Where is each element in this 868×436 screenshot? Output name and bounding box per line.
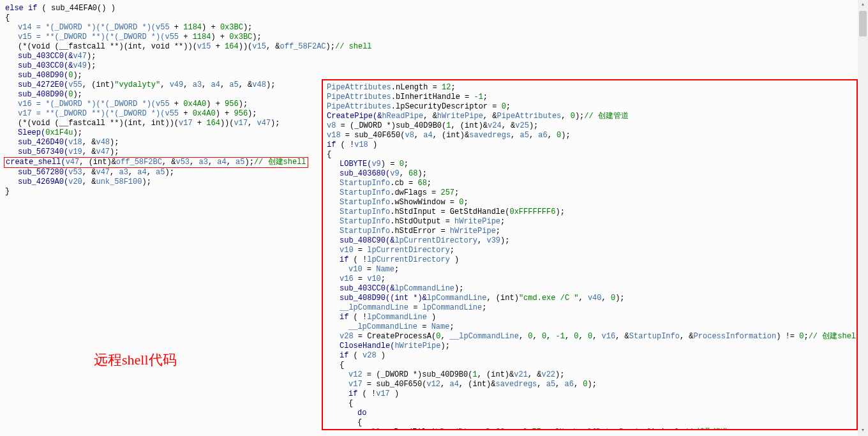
code-line: v12 = (_DWORD *)sub_40D9B0(1, (int)&v21,… [327, 370, 853, 380]
code-line: CloseHandle(hWritePipe); [327, 342, 853, 351]
code-line: StartupInfo.wShowWindow = 0; [327, 198, 853, 207]
code-line: sub_408D90((int *)&lpCommandLine, (int)"… [327, 294, 853, 303]
code-line: { [327, 361, 853, 370]
code-line: { [327, 418, 853, 428]
code-line: { [327, 150, 853, 160]
code-line: v17 = sub_40F650(v12, a4, (int)&savedreg… [327, 380, 853, 389]
code-line: do [327, 409, 853, 418]
code-line: v10 = Name; [327, 265, 853, 274]
code-line: v16 = *(_DWORD *)(*(_DWORD *)(v55 + 0x4A… [5, 100, 318, 109]
code-line: } [5, 187, 318, 197]
code-line: sub_567340(v19, &v47); [5, 147, 318, 157]
right-code-block: PipeAttributes.nLength = 12; PipeAttribu… [322, 79, 858, 430]
code-line: PipeAttributes.nLength = 12; [327, 83, 853, 93]
code-line: sub_4269A0(v20, &unk_58F100); [5, 177, 318, 187]
code-line: (*(void (__fastcall **)(int, void **))(v… [5, 42, 318, 52]
vertical-scrollbar[interactable]: ▴ ▾ [858, 0, 868, 436]
annotation-label: 远程shell代码 [94, 351, 177, 369]
code-line: { [327, 399, 853, 409]
code-line: v14 = *(_DWORD *)(*(_DWORD *)(v55 + 1184… [5, 23, 318, 33]
code-line: __lpCommandLine = lpCommandLine; [327, 303, 853, 313]
code-line: if ( v28 ) [327, 351, 853, 361]
code-line: v15 = **(_DWORD **)(*(_DWORD *)(v55 + 11… [5, 33, 318, 42]
code-line: v10 = lpCurrentDirectory; [327, 246, 853, 255]
code-line: __lpCommandLine = Name; [327, 322, 853, 332]
code-line: sub_426D40(v18, &v48); [5, 138, 318, 147]
code-line: v32 = ReadFile(hReadPipe, Buffer, 0xFFu,… [327, 428, 853, 430]
code-line: sub_408C90(&lpCurrentDirectory, v39); [327, 236, 853, 246]
code-line: sub_403CC0(&v49); [5, 61, 318, 71]
code-line: PipeAttributes.lpSecurityDescriptor = 0; [327, 102, 853, 112]
code-line: if ( !v18 ) [327, 140, 853, 150]
scroll-thumb[interactable] [859, 11, 867, 36]
code-line: CreatePipe(&hReadPipe, &hWritePipe, &Pip… [327, 112, 853, 121]
code-line: if ( !lpCurrentDirectory ) [327, 255, 853, 265]
code-line: sub_4272E0(v55, (int)"vydalyty", v49, a3… [5, 80, 318, 90]
code-line: LOBYTE(v9) = 0; [327, 160, 853, 169]
code-line: v18 = sub_40F650(v8, a4, (int)&savedregs… [327, 131, 853, 140]
code-line: StartupInfo.hStdError = hWritePipe; [327, 227, 853, 236]
code-line: if ( !v17 ) [327, 389, 853, 399]
scroll-up-icon[interactable]: ▴ [858, 0, 868, 10]
code-line: Sleep(0x1F4u); [5, 128, 318, 138]
code-line: v16 = v10; [327, 274, 853, 284]
scroll-down-icon[interactable]: ▾ [858, 426, 868, 436]
code-line: v28 = CreateProcessA(0, __lpCommandLine,… [327, 332, 853, 342]
left-code-block: else if ( sub_44EFA0() ) { v14 = *(_DWOR… [5, 4, 318, 197]
code-line: sub_403CC0(&lpCommandLine); [327, 284, 853, 294]
code-line: else if ( sub_44EFA0() ) [5, 4, 318, 13]
code-line: { [5, 13, 318, 23]
highlighted-create-shell-line: create_shell(v47, (int)&off_58F2BC, &v53… [4, 157, 308, 168]
code-line: sub_567280(v53, &v47, a3, a4, a5); [5, 168, 318, 177]
code-line: StartupInfo.cb = 68; [327, 179, 853, 188]
code-line: sub_403CC0(&v47); [5, 52, 318, 61]
code-line: if ( !lpCommandLine ) [327, 313, 853, 322]
code-line: StartupInfo.dwFlags = 257; [327, 188, 853, 198]
code-line: (*(void (__fastcall **)(int, int))(v17 +… [5, 119, 318, 128]
code-line: PipeAttributes.bInheritHandle = -1; [327, 93, 853, 102]
code-line: sub_403680(v9, 68); [327, 169, 853, 179]
code-line: v17 = **(_DWORD **)(*(_DWORD *)(v55 + 0x… [5, 109, 318, 119]
code-line: v8 = (_DWORD *)sub_40D9B0(1, (int)&v24, … [327, 121, 853, 131]
code-line: sub_408D90(0); [5, 71, 318, 80]
code-line: sub_408D90(0); [5, 90, 318, 100]
code-line: StartupInfo.hStdInput = GetStdHandle(0xF… [327, 207, 853, 217]
code-line: StartupInfo.hStdOutput = hWritePipe; [327, 217, 853, 227]
